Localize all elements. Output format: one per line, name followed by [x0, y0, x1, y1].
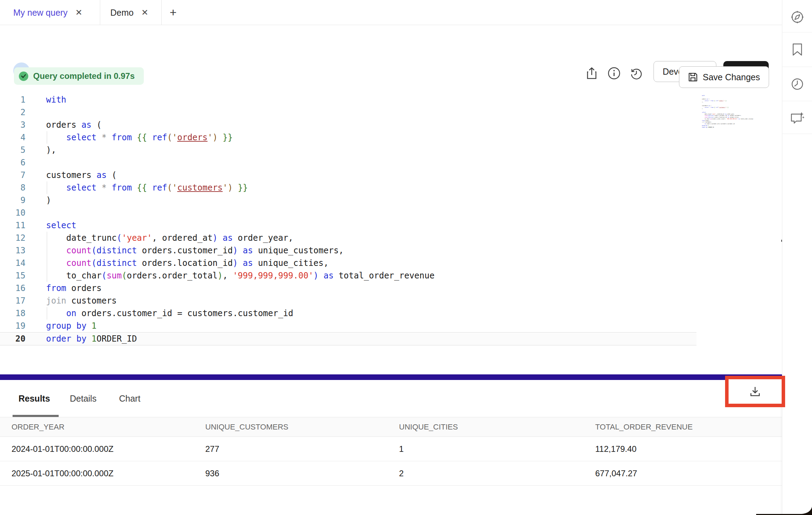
line-number: 10 [0, 207, 25, 219]
tab-demo[interactable]: Demo ✕ [100, 0, 161, 25]
tab-label: Demo [110, 8, 134, 18]
save-icon [688, 72, 698, 82]
tab-bar: My new query ✕ Demo ✕ + [0, 0, 782, 25]
right-sidebar [782, 0, 812, 515]
line-number: 18 [0, 307, 25, 320]
share-icon [586, 67, 598, 80]
code-editor[interactable]: 1with23orders as (4 select * from {{ ref… [0, 94, 782, 345]
status-message: Query completed in 0.97s [33, 71, 135, 81]
sidebar-item-bookmarks[interactable] [782, 32, 812, 67]
column-header: TOTAL_ORDER_REVENUE [584, 417, 782, 436]
code-line-1[interactable]: 1with [0, 94, 782, 106]
window-corner [756, 507, 812, 515]
code-line-20[interactable]: 20order by 1ORDER_ID [0, 332, 696, 345]
line-number: 1 [0, 94, 25, 106]
code-line-9[interactable]: 9) [0, 194, 782, 207]
line-number: 13 [0, 244, 25, 257]
results-tab-bar: Results Details Chart [0, 380, 782, 417]
save-changes-button[interactable]: Save Changes [679, 66, 769, 88]
info-button[interactable] [606, 66, 622, 81]
save-label: Save Changes [703, 72, 760, 82]
tab-label: My new query [13, 8, 68, 18]
clock-icon [790, 77, 804, 91]
history-button[interactable] [629, 66, 644, 81]
code-line-4[interactable]: 4 select * from {{ ref('orders') }} [0, 131, 782, 144]
code-line-5[interactable]: 5), [0, 144, 782, 156]
code-line-7[interactable]: 7customers as ( [0, 169, 782, 181]
line-number: 5 [0, 144, 25, 156]
new-tab-button[interactable]: + [167, 6, 179, 19]
compass-icon [790, 10, 804, 24]
line-number: 4 [0, 131, 25, 144]
code-lines: 1with23orders as (4 select * from {{ ref… [0, 94, 782, 345]
table-cell: 677,047.27 [584, 461, 782, 485]
close-icon[interactable]: ✕ [141, 8, 148, 17]
code-minimap[interactable]: withorders as ( select * from {{ ref('or… [699, 95, 768, 128]
status-badge: Query completed in 0.97s [14, 67, 144, 85]
app-window: My new query ✕ Demo ✕ + MS Your query [0, 0, 812, 515]
tab-my-new-query[interactable]: My new query ✕ [0, 0, 100, 25]
code-line-20: order by 1ORDER_ID [699, 126, 768, 128]
bookmark-icon [792, 43, 803, 56]
sidebar-item-history[interactable] [782, 67, 812, 101]
table-row[interactable]: 2025-01-01T00:00:00.000Z9362677,047.27 [0, 461, 782, 486]
code-line-8[interactable]: 8 select * from {{ ref('customers') }} [0, 181, 782, 194]
query-header: MS Your query Develop [0, 25, 782, 59]
results-table: ORDER_YEARUNIQUE_CUSTOMERSUNIQUE_CITIEST… [0, 417, 782, 486]
line-number: 9 [0, 194, 25, 207]
table-cell: 112,179.40 [584, 437, 782, 461]
history-icon [630, 67, 643, 80]
line-number: 3 [0, 119, 25, 131]
code-line-15[interactable]: 15 to_char(sum(orders.order_total), '999… [0, 269, 782, 282]
line-number: 8 [0, 181, 25, 194]
check-icon [19, 72, 28, 81]
line-number: 14 [0, 257, 25, 269]
tab-divider [161, 0, 162, 25]
code-line-2[interactable]: 2 [0, 106, 782, 119]
line-number: 2 [0, 106, 25, 119]
tab-results[interactable]: Results [19, 380, 50, 417]
code-line-12[interactable]: 12 date_trunc('year', ordered_at) as ord… [0, 232, 782, 244]
line-number: 19 [0, 320, 25, 332]
code-line-17[interactable]: 17join customers [0, 294, 782, 307]
table-row[interactable]: 2024-01-01T00:00:00.000Z2771112,179.40 [0, 437, 782, 461]
table-header-row: ORDER_YEARUNIQUE_CUSTOMERSUNIQUE_CITIEST… [0, 417, 782, 437]
chat-sparkles-icon [790, 111, 805, 125]
line-number: 20 [0, 333, 25, 345]
sidebar-divider [782, 134, 812, 134]
download-icon [749, 386, 761, 397]
code-line-6[interactable]: 6 [0, 156, 782, 169]
column-header: UNIQUE_CITIES [387, 417, 584, 436]
table-cell: 936 [194, 461, 387, 485]
code-line-14[interactable]: 14 count(distinct orders.location_id) as… [0, 257, 782, 269]
table-cell: 2024-01-01T00:00:00.000Z [0, 437, 194, 461]
code-line-18[interactable]: 18 on orders.customer_id = customers.cus… [0, 307, 782, 320]
line-number: 17 [0, 294, 25, 307]
share-button[interactable] [584, 66, 599, 81]
line-number: 15 [0, 269, 25, 282]
code-line-16[interactable]: 16from orders [0, 282, 782, 294]
line-number: 12 [0, 232, 25, 244]
line-number: 7 [0, 169, 25, 181]
code-line-13[interactable]: 13 count(distinct orders.customer_id) as… [0, 244, 782, 257]
code-line-11[interactable]: 11select [0, 219, 782, 232]
code-line-10[interactable]: 10 [0, 207, 782, 219]
code-line-3[interactable]: 3orders as ( [0, 119, 782, 131]
line-number: 11 [0, 219, 25, 232]
download-button[interactable] [729, 379, 782, 404]
section-divider[interactable] [0, 374, 782, 380]
code-line-19[interactable]: 19group by 1 [0, 320, 782, 332]
plus-icon: + [170, 6, 177, 19]
column-header: UNIQUE_CUSTOMERS [194, 417, 387, 436]
column-header: ORDER_YEAR [0, 417, 194, 436]
sidebar-item-explore[interactable] [782, 0, 812, 34]
line-number: 16 [0, 282, 25, 294]
sidebar-item-ai-chat[interactable] [782, 101, 812, 135]
table-cell: 277 [194, 437, 387, 461]
tab-details[interactable]: Details [70, 380, 96, 417]
active-tab-underline [13, 415, 59, 417]
tab-chart[interactable]: Chart [119, 380, 140, 417]
line-number: 6 [0, 156, 25, 169]
table-cell: 2 [387, 461, 584, 485]
close-icon[interactable]: ✕ [75, 8, 82, 17]
